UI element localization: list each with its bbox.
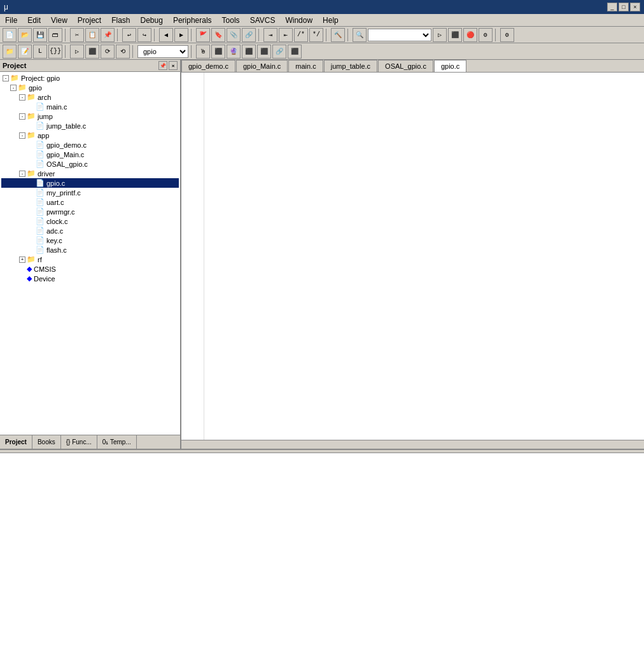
tab-project[interactable]: Project	[0, 435, 32, 449]
debug-button[interactable]: ▷	[433, 28, 447, 42]
expand-arch[interactable]: -	[19, 94, 25, 101]
debug4-button[interactable]: ⚙	[479, 28, 493, 42]
tab-gpio-demo-c[interactable]: gpio_demo.c	[181, 60, 235, 72]
indent-button[interactable]: ⇥	[263, 28, 277, 42]
menu-tools[interactable]: Tools	[217, 15, 245, 26]
tab-osal-gpio-c[interactable]: OSAL_gpio.c	[378, 60, 433, 72]
open-button[interactable]: 📂	[18, 28, 32, 42]
tree-clock-c[interactable]: 📄 clock.c	[1, 216, 179, 226]
tree-driver[interactable]: - 📁 driver	[1, 169, 179, 178]
tb2-btn14[interactable]: 🔗	[272, 45, 286, 59]
panel-close-button[interactable]: ×	[169, 61, 178, 70]
menu-edit[interactable]: Edit	[22, 15, 46, 26]
tab-main-c[interactable]: main.c	[288, 60, 323, 72]
tab-temp[interactable]: 0₁ Temp...	[97, 435, 137, 449]
expand-root[interactable]: -	[3, 75, 9, 81]
config-button[interactable]: ⚙	[500, 28, 514, 42]
tree-adc-c[interactable]: 📄 adc.c	[1, 226, 179, 235]
tree-gpio-c[interactable]: 📄 gpio.c	[1, 178, 179, 188]
build-output-content[interactable]	[0, 453, 644, 646]
tb2-btn5[interactable]: ▷	[70, 45, 84, 59]
outdent-button[interactable]: ⇤	[279, 28, 293, 42]
tb2-btn2[interactable]: 📝	[18, 45, 32, 59]
save-all-button[interactable]: 🗃	[48, 28, 62, 42]
tree-flash-c[interactable]: 📄 flash.c	[1, 245, 179, 255]
menu-peripherals[interactable]: Peripherals	[168, 15, 217, 26]
comment-button[interactable]: /*	[294, 28, 308, 42]
paste-button[interactable]: 📌	[101, 28, 115, 42]
copy-button[interactable]: 📋	[85, 28, 99, 42]
tb2-btn10[interactable]: ⬛	[211, 45, 225, 59]
tab-gpio-c[interactable]: gpio.c	[434, 60, 466, 72]
cut-button[interactable]: ✂	[70, 28, 84, 42]
horizontal-scrollbar[interactable]	[181, 440, 644, 449]
debug2-button[interactable]: ⬛	[448, 28, 462, 42]
tree-pwrmgr-c[interactable]: 📄 pwrmgr.c	[1, 207, 179, 216]
tb2-btn12[interactable]: ⬛	[242, 45, 256, 59]
menu-help[interactable]: Help	[318, 15, 344, 26]
minimize-button[interactable]: _	[607, 3, 617, 11]
tree-osal-gpio-c[interactable]: 📄 OSAL_gpio.c	[1, 159, 179, 169]
expand-jump[interactable]: -	[19, 113, 25, 120]
menu-debug[interactable]: Debug	[136, 15, 168, 26]
tree-cmsis[interactable]: ◆ CMSIS	[1, 264, 179, 274]
expand-rf[interactable]: +	[19, 256, 25, 263]
tree-my-printf-c[interactable]: 📄 my_printf.c	[1, 188, 179, 197]
save-button[interactable]: 💾	[33, 28, 47, 42]
code-content[interactable]	[204, 73, 644, 440]
maximize-button[interactable]: □	[619, 3, 629, 11]
build-button[interactable]: 🔨	[331, 28, 345, 42]
tb2-btn6[interactable]: ⬛	[85, 45, 99, 59]
tb2-btn8[interactable]: ⟲	[116, 45, 130, 59]
redo-button[interactable]: ↪	[137, 28, 151, 42]
debug3-button[interactable]: 🔴	[463, 28, 477, 42]
tree-gpio-demo-c[interactable]: 📄 gpio_demo.c	[1, 140, 179, 150]
tree-main-c[interactable]: 📄 main.c	[1, 102, 179, 111]
nav-back-button[interactable]: ◀	[159, 28, 173, 42]
menu-project[interactable]: Project	[73, 15, 106, 26]
tb2-btn15[interactable]: ⬛	[288, 45, 302, 59]
menu-view[interactable]: View	[46, 15, 73, 26]
menu-window[interactable]: Window	[280, 15, 318, 26]
tree-gpio[interactable]: - 📁 gpio	[1, 83, 179, 92]
tab-jump-table-c[interactable]: jump_table.c	[324, 60, 377, 72]
tree-uart-c[interactable]: 📄 uart.c	[1, 197, 179, 207]
tb2-btn9[interactable]: 🖱	[196, 45, 210, 59]
tree-jump[interactable]: - 📁 jump	[1, 111, 179, 121]
tab-func[interactable]: {} Func...	[61, 435, 97, 449]
tree-device[interactable]: ◆ Device	[1, 274, 179, 283]
menu-flash[interactable]: Flash	[106, 15, 135, 26]
tb2-btn11[interactable]: 🔮	[227, 45, 241, 59]
close-button[interactable]: ×	[630, 3, 640, 11]
tree-root[interactable]: - 📁 Project: gpio	[1, 73, 179, 83]
tab-books[interactable]: Books	[32, 435, 61, 449]
menu-file[interactable]: File	[0, 15, 22, 26]
undo-button[interactable]: ↩	[122, 28, 136, 42]
find-dropdown[interactable]	[368, 29, 431, 41]
bookmark4-button[interactable]: 🔗	[242, 28, 256, 42]
tab-gpio-main-c[interactable]: gpio_Main.c	[236, 60, 288, 72]
tree-key-c[interactable]: 📄 key.c	[1, 235, 179, 245]
tb2-btn3[interactable]: L	[33, 45, 47, 59]
uncomment-button[interactable]: */	[309, 28, 323, 42]
tb2-btn1[interactable]: 📁	[3, 45, 17, 59]
tb2-btn7[interactable]: ⟳	[101, 45, 115, 59]
menu-savcs[interactable]: SAVCS	[245, 15, 281, 26]
tb2-btn4[interactable]: {}}	[48, 45, 62, 59]
expand-app[interactable]: -	[19, 132, 25, 139]
tree-app[interactable]: - 📁 app	[1, 130, 179, 140]
bookmark3-button[interactable]: 📎	[227, 28, 241, 42]
expand-driver[interactable]: -	[19, 171, 25, 177]
tree-arch[interactable]: - 📁 arch	[1, 92, 179, 102]
tree-jump-table-c[interactable]: 📄 jump_table.c	[1, 121, 179, 130]
tb2-btn13[interactable]: ⬛	[257, 45, 271, 59]
bookmark2-button[interactable]: 🔖	[211, 28, 225, 42]
find-button[interactable]: 🔍	[353, 28, 367, 42]
bookmark-button[interactable]: 🚩	[196, 28, 210, 42]
new-button[interactable]: 📄	[3, 28, 17, 42]
code-editor[interactable]	[181, 73, 644, 440]
target-dropdown[interactable]: gpio	[137, 45, 188, 58]
expand-gpio[interactable]: -	[10, 85, 17, 91]
tree-rf[interactable]: + 📁 rf	[1, 255, 179, 264]
nav-forward-button[interactable]: ▶	[174, 28, 188, 42]
